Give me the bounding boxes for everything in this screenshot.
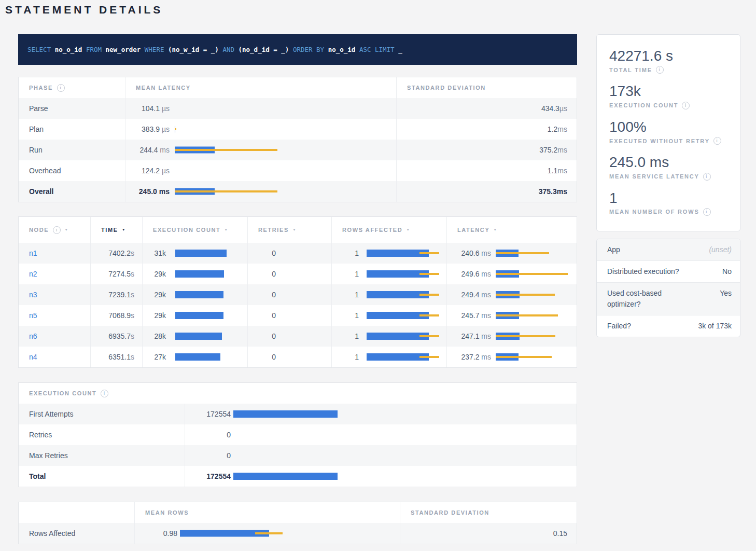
cell-value: 0: [185, 451, 231, 460]
node-column-header[interactable]: LATENCY▼: [446, 217, 578, 243]
value-cell: 245.0 ms: [125, 181, 396, 202]
cell-value: 1: [332, 270, 359, 278]
execution-count-label: Max Retries: [19, 445, 185, 466]
cell-value: 237.2 ms: [447, 353, 491, 361]
node-link[interactable]: n4: [29, 353, 37, 361]
node-link[interactable]: n6: [29, 332, 37, 340]
sort-arrow-icon[interactable]: ▼: [292, 228, 297, 231]
bar-track: [175, 140, 396, 160]
value-unit: s: [131, 249, 134, 257]
info-icon[interactable]: i: [656, 66, 664, 74]
cell-value: 240.6 ms: [447, 249, 491, 257]
value-number: 244.4: [139, 146, 158, 154]
stat-label-text: EXECUTED WITHOUT RETRY: [609, 138, 710, 144]
value-cell: 1: [331, 243, 446, 264]
node-column-header[interactable]: TIME▼: [90, 217, 142, 243]
sort-arrow-icon[interactable]: ▼: [493, 228, 498, 231]
value-number: 1.1: [548, 167, 557, 175]
bar-track: [175, 181, 396, 202]
attribute-row: Distributed execution?No: [597, 260, 740, 282]
node-column-header[interactable]: NODEi▼: [19, 217, 90, 243]
cell-value: 28k: [143, 332, 166, 340]
sort-arrow-icon[interactable]: ▼: [64, 228, 69, 231]
value-cell: 29k: [142, 305, 247, 326]
node-table-header: NODEi▼TIME▼EXECUTION COUNT▼RETRIES▼ROWS …: [19, 217, 577, 243]
node-link[interactable]: n1: [29, 249, 37, 257]
bar-track: [233, 445, 578, 466]
stddev-value: 1.1 ms: [396, 160, 578, 181]
node-column-header[interactable]: EXECUTION COUNT▼: [142, 217, 247, 243]
cell-value: 247.1 ms: [447, 332, 491, 340]
value-unit: s: [131, 270, 134, 278]
stat-label-text: TOTAL TIME: [609, 67, 652, 73]
node-time: 7402.2 s: [90, 243, 142, 264]
stat-value: 100%: [609, 119, 727, 134]
cell-value: 124.2 µs: [125, 167, 170, 175]
value-cell: 29k: [142, 284, 247, 305]
info-icon[interactable]: i: [53, 226, 61, 234]
attribute-label: Failed?: [607, 321, 682, 332]
node-link[interactable]: n2: [29, 270, 37, 278]
info-icon[interactable]: i: [682, 102, 690, 109]
stddev-bar: [175, 128, 176, 130]
node-column-header[interactable]: RETRIES▼: [247, 217, 331, 243]
attribute-label: Used cost-based optimizer?: [607, 288, 682, 310]
stddev-bar: [419, 273, 439, 275]
sort-arrow-icon[interactable]: ▼: [122, 228, 127, 231]
stddev-value: 434.3 µs: [396, 98, 578, 119]
sql-identifier: no_o_id: [328, 46, 356, 53]
value-unit: ms: [158, 146, 170, 154]
sort-arrow-icon[interactable]: ▼: [406, 228, 411, 231]
sql-statement-box: SELECT no_o_id FROM new_order WHERE (no_…: [18, 34, 577, 65]
info-icon[interactable]: i: [101, 390, 108, 397]
value-unit: ms: [479, 353, 491, 361]
value-cell: 172554: [185, 404, 578, 424]
attribute-label: App: [607, 244, 682, 255]
sql-keyword: BY: [316, 46, 324, 53]
node-link[interactable]: n5: [29, 311, 37, 320]
value-unit: s: [131, 332, 134, 340]
node-row: n46351.1 s27k01237.2 ms: [19, 347, 577, 367]
execution-count-row: Retries0: [19, 424, 577, 445]
stddev-value: 375.3 ms: [396, 181, 578, 202]
stddev-value: 375.2 ms: [396, 140, 578, 160]
cell-value: 172554: [185, 410, 231, 418]
node-time: 6351.1 s: [90, 347, 142, 367]
column-header-label: TIME: [101, 227, 118, 233]
bar-track: [276, 243, 331, 264]
sql-identifier: =: [203, 46, 207, 53]
phase-label: Run: [19, 140, 125, 160]
info-icon[interactable]: i: [57, 84, 65, 92]
cell-value: 1: [332, 332, 359, 340]
mean-bar: [175, 333, 222, 340]
phase-row: Parse104.1 µs434.3 µs: [19, 98, 577, 119]
attribute-value: (unset): [682, 244, 732, 255]
info-icon[interactable]: i: [713, 137, 721, 145]
stddev-bar: [496, 356, 552, 358]
value-cell: 0: [185, 445, 578, 466]
rows-affected-table-header: MEAN ROWS STANDARD DEVIATION: [19, 502, 577, 523]
summary-stats-card: 42271.6 sTOTAL TIMEi173kEXECUTION COUNTi…: [596, 34, 740, 231]
bar-track: [233, 424, 578, 445]
execution-count-row: First Attempts172554: [19, 404, 577, 424]
value-number: 249.4: [461, 291, 479, 299]
bar-track: [233, 404, 578, 424]
node-link[interactable]: n3: [29, 291, 37, 299]
value-cell: 247.1 ms: [446, 326, 578, 347]
value-number: 434.3: [541, 104, 559, 113]
standard-deviation-column-header: STANDARD DEVIATION: [400, 502, 578, 523]
execution-count-table-header: EXECUTION COUNT i: [19, 383, 577, 404]
node-column-header[interactable]: ROWS AFFECTED▼: [331, 217, 446, 243]
info-icon[interactable]: i: [703, 208, 711, 216]
stddev-bar: [419, 294, 439, 296]
value-cell: 1: [331, 305, 446, 326]
value-cell: 249.6 ms: [446, 264, 578, 284]
execution-count-row: Total172554: [19, 466, 577, 487]
phase-header-label: PHASE: [29, 85, 53, 91]
info-icon[interactable]: i: [703, 173, 711, 181]
bar-track: [276, 264, 331, 284]
bar-track: [367, 264, 446, 284]
cell-value: 245.7 ms: [447, 311, 491, 320]
sort-arrow-icon[interactable]: ▼: [224, 228, 229, 231]
value-cell: 0.98: [134, 523, 400, 544]
